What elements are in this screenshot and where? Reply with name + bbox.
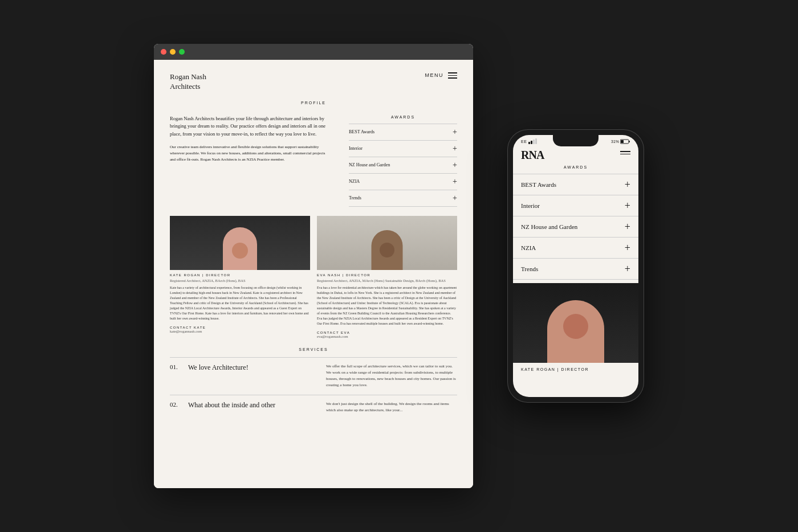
kate-credentials: Registered Architect, ANZIA, BArch (Hons… bbox=[170, 279, 310, 283]
service-desc-1: We offer the full scope of architecture … bbox=[326, 363, 457, 389]
phone-screen: EE 31% RNA bbox=[513, 135, 638, 397]
kate-name: KATE ROGAN | DIRECTOR bbox=[170, 273, 310, 277]
site-logo: Rogan Nash Architects bbox=[170, 72, 206, 92]
phone-frame: EE 31% RNA bbox=[507, 129, 644, 403]
expand-icon: + bbox=[453, 194, 457, 202]
signal-bars bbox=[528, 138, 537, 144]
svg-rect-1 bbox=[621, 140, 624, 143]
phone-logo: RNA bbox=[521, 149, 544, 162]
awards-section-label: AWARDS bbox=[349, 115, 457, 119]
kate-bio: Kate has a variety of architectural expe… bbox=[170, 285, 310, 321]
phone-header: RNA bbox=[513, 144, 638, 165]
phone-awards-list: BEST Awards + Interior + NZ House and Ga… bbox=[513, 174, 638, 280]
profile-left-column: Rogan Nash Architects beautifies your li… bbox=[170, 115, 337, 207]
svg-rect-2 bbox=[629, 141, 630, 142]
eva-name: EVA NASH | DIRECTOR bbox=[317, 273, 457, 277]
phone-expand-icon: + bbox=[625, 222, 630, 232]
award-item-nz-house[interactable]: NZ House and Garden + bbox=[349, 157, 457, 174]
profile-section-label: PROFILE bbox=[154, 101, 473, 105]
service-num-2: 02. bbox=[170, 401, 181, 414]
services-divider bbox=[170, 357, 457, 358]
phone-award-nzia[interactable]: NZIA + bbox=[513, 238, 638, 259]
browser-window: Rogan Nash Architects MENU PROFILE bbox=[154, 44, 473, 488]
award-item-interior[interactable]: Interior + bbox=[349, 141, 457, 157]
phone-kate-name: KATE ROGAN | DIRECTOR bbox=[513, 363, 638, 374]
main-content: Rogan Nash Architects beautifies your li… bbox=[154, 111, 473, 207]
award-item-best[interactable]: BEST Awards + bbox=[349, 124, 457, 141]
phone-container: EE 31% RNA bbox=[507, 129, 644, 403]
award-item-nzia[interactable]: NZIA + bbox=[349, 174, 457, 190]
eva-contact: CONTACT EVA eva@rogannash.com bbox=[317, 331, 457, 338]
eva-card: EVA NASH | DIRECTOR Registered Architect… bbox=[317, 216, 457, 338]
expand-icon: + bbox=[453, 161, 457, 169]
phone-awards-label: AWARDS bbox=[513, 165, 638, 174]
scene: Rogan Nash Architects MENU PROFILE bbox=[0, 0, 798, 532]
browser-maximize-dot[interactable] bbox=[179, 49, 185, 55]
kate-contact: CONTACT KATE kate@rogannash.com bbox=[170, 326, 310, 333]
phone-award-best[interactable]: BEST Awards + bbox=[513, 174, 638, 195]
browser-minimize-dot[interactable] bbox=[170, 49, 176, 55]
eva-bio: Eva has a love for residential architect… bbox=[317, 285, 457, 326]
profile-text-main: Rogan Nash Architects beautifies your li… bbox=[170, 115, 329, 138]
phone-expand-icon: + bbox=[625, 179, 630, 190]
phone-award-trends[interactable]: Trends + bbox=[513, 259, 638, 280]
phone-notch bbox=[553, 135, 598, 146]
expand-icon: + bbox=[453, 128, 457, 136]
menu-button[interactable]: MENU bbox=[425, 72, 458, 79]
profile-text-secondary: Our creative team delivers innovative an… bbox=[170, 144, 329, 163]
browser-close-dot[interactable] bbox=[161, 49, 166, 55]
phone-expand-icon: + bbox=[625, 243, 630, 253]
expand-icon: + bbox=[453, 145, 457, 153]
kate-photo bbox=[170, 216, 310, 270]
awards-column: AWARDS BEST Awards + Interior + NZ House… bbox=[349, 115, 457, 207]
award-item-trends[interactable]: Trends + bbox=[349, 190, 457, 207]
service-divider-2 bbox=[170, 395, 457, 395]
services-section: SERVICES 01. We love Architecture! We of… bbox=[154, 338, 473, 414]
service-num-1: 01. bbox=[170, 363, 181, 389]
kate-card: KATE ROGAN | DIRECTOR Registered Archite… bbox=[170, 216, 310, 338]
site-header: Rogan Nash Architects MENU bbox=[154, 60, 473, 101]
eva-photo bbox=[317, 216, 457, 270]
phone-award-interior[interactable]: Interior + bbox=[513, 195, 638, 216]
battery-display: 31% bbox=[611, 139, 630, 144]
phone-award-nz-house[interactable]: NZ House and Garden + bbox=[513, 216, 638, 238]
service-title-2: What about the inside and other bbox=[188, 401, 319, 410]
service-item-2: 02. What about the inside and other We d… bbox=[170, 401, 457, 414]
team-photos-row: KATE ROGAN | DIRECTOR Registered Archite… bbox=[154, 216, 473, 338]
eva-credentials: Registered Architect, ANZIA, MArch (Hons… bbox=[317, 279, 457, 283]
awards-list: BEST Awards + Interior + NZ House and Ga… bbox=[349, 124, 457, 207]
carrier-label: EE bbox=[521, 140, 527, 144]
service-title-1: We love Architecture! bbox=[188, 363, 319, 373]
phone-expand-icon: + bbox=[625, 200, 630, 211]
services-section-label: SERVICES bbox=[170, 347, 457, 351]
browser-content: Rogan Nash Architects MENU PROFILE bbox=[154, 60, 473, 488]
phone-kate-photo bbox=[513, 283, 638, 363]
phone-expand-icon: + bbox=[625, 264, 630, 274]
expand-icon: + bbox=[453, 178, 457, 186]
service-item-1: 01. We love Architecture! We offer the f… bbox=[170, 363, 457, 389]
browser-chrome bbox=[154, 44, 473, 60]
hamburger-icon bbox=[448, 72, 457, 79]
phone-hamburger-icon[interactable] bbox=[620, 151, 630, 154]
service-desc-2: We don't just design the shell of the bu… bbox=[326, 401, 457, 414]
